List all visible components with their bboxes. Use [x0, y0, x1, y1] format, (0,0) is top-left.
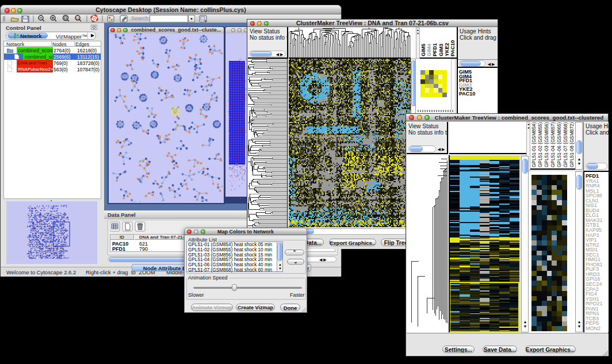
svg-text:1:1: 1:1 [76, 17, 80, 20]
svg-text:Search:: Search: [131, 15, 150, 21]
